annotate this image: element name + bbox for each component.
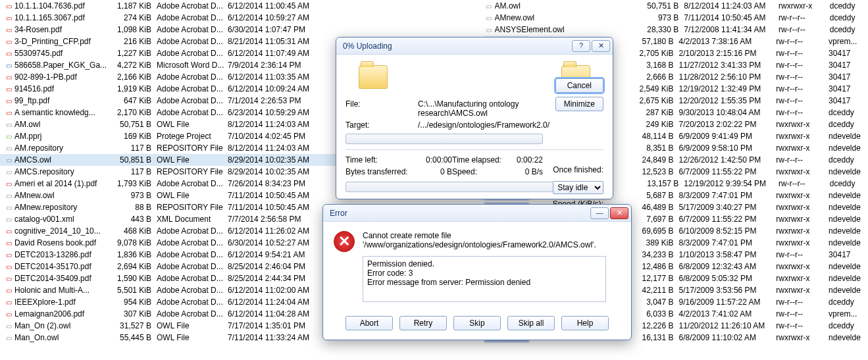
- file-type-icon: [4, 262, 13, 271]
- file-permissions: rw-r--r--: [776, 250, 829, 259]
- file-owner: ndevelde: [829, 226, 868, 236]
- help-button[interactable]: Help: [561, 316, 609, 330]
- error-details[interactable]: [363, 256, 606, 302]
- file-size: 274 KiB: [116, 13, 157, 22]
- error-message-line2: '/www/organizations/edesign/ontologies/F…: [363, 240, 606, 249]
- file-row[interactable]: 10.1.1.104.7636.pdf1,187 KiBAdobe Acroba…: [0, 0, 461, 12]
- speed-value: 0 B/s: [505, 167, 543, 176]
- file-name: AMnew.owl: [495, 13, 643, 22]
- file-type: Microsoft Word D...: [157, 61, 228, 70]
- file-size: 16,131 B: [637, 333, 679, 342]
- file-owner: 30417: [829, 84, 868, 93]
- minimize-icon[interactable]: —: [590, 207, 609, 219]
- file-size: 973 B: [643, 13, 684, 22]
- once-finished-label: Once finished:: [553, 165, 603, 174]
- file-type-icon: [4, 167, 13, 176]
- file-type-icon: [4, 203, 13, 212]
- file-name: Ameri et al 2014 (1).pdf: [14, 179, 116, 188]
- file-permissions: rw-r--r--: [776, 297, 829, 307]
- file-type-icon: [4, 191, 13, 200]
- file-name: Man_On.owl: [14, 333, 116, 342]
- file-permissions: rw-r--r--: [776, 84, 829, 93]
- file-size: 12,523 B: [637, 167, 679, 176]
- file-size: 5,687 B: [637, 191, 679, 200]
- elapsed-label: Time elapsed:: [452, 155, 505, 165]
- file-row[interactable]: 10.1.1.165.3067.pdf274 KiBAdobe Acrobat …: [0, 12, 461, 24]
- file-date: 6/12/2014 11:24:04 AM: [228, 297, 333, 307]
- file-name: catalog-v001.xml: [14, 215, 116, 224]
- file-size: 69,695 B: [637, 226, 679, 236]
- file-type-icon: [4, 120, 13, 129]
- once-finished-select[interactable]: Stay idle: [553, 181, 603, 194]
- file-type: Adobe Acrobat D...: [157, 250, 228, 259]
- file-size: 50,751 B: [116, 120, 157, 129]
- file-permissions: rwxrwxr-x: [776, 143, 829, 153]
- speed-label: Speed:: [452, 167, 505, 176]
- remote-file-row[interactable]: AM.owl50,751 B8/12/2014 11:24:03 AMrwxrw…: [480, 0, 868, 12]
- file-date: 4/2/2013 7:38:16 AM: [679, 37, 777, 46]
- file-size: 1,098 KiB: [116, 25, 157, 34]
- file-name: IEEEXplore-1.pdf: [14, 297, 116, 307]
- file-size: 1,836 KiB: [116, 250, 157, 259]
- retry-button[interactable]: Retry: [399, 316, 447, 330]
- file-date: 7/17/2014 1:35:01 PM: [228, 321, 333, 330]
- remote-file-row[interactable]: AMnew.owl973 B7/11/2014 10:50:45 AMrw-r-…: [480, 12, 868, 24]
- file-permissions: rwxrwxr-x: [776, 120, 829, 129]
- file-type-icon: [4, 321, 13, 330]
- file-name: AMCS.repository: [14, 167, 116, 176]
- file-name: DETC2014-35170.pdf: [14, 262, 116, 271]
- skip-all-button[interactable]: Skip all: [507, 316, 555, 330]
- file-owner: 30417: [829, 61, 868, 70]
- file-size: 117 B: [116, 143, 157, 153]
- file-owner: dceddy: [829, 120, 868, 129]
- file-size: 5,501 KiB: [116, 286, 157, 295]
- file-size: 48,114 B: [637, 132, 679, 141]
- file-date: 6/12/2014 11:03:35 AM: [228, 72, 333, 82]
- file-type: OWL File: [157, 191, 228, 200]
- minimize-button[interactable]: Minimize: [555, 97, 603, 111]
- file-name: 10.1.1.104.7636.pdf: [14, 1, 116, 11]
- file-size: 1,227 KiB: [116, 49, 157, 58]
- close-icon[interactable]: ✕: [610, 207, 628, 219]
- file-owner: dceddy: [829, 108, 868, 117]
- file-size: 973 B: [116, 191, 157, 200]
- help-icon[interactable]: ?: [572, 40, 590, 52]
- file-date: 8/29/2014 10:02:35 AM: [228, 167, 333, 176]
- file-permissions: rw-r--r--: [776, 72, 829, 82]
- file-date: 6/12/2014 11:02:00 AM: [228, 286, 333, 295]
- file-size: 46,489 B: [637, 203, 679, 212]
- file-type-icon: [4, 297, 13, 307]
- skip-button[interactable]: Skip: [453, 316, 501, 330]
- file-date: 2/10/2013 2:15:16 PM: [679, 49, 777, 58]
- file-owner: dceddy: [829, 155, 868, 165]
- error-titlebar[interactable]: Error — ✕: [323, 205, 631, 222]
- upload-titlebar[interactable]: 0% Uploading ? ✕: [336, 38, 613, 55]
- file-size: 1,590 KiB: [116, 274, 157, 283]
- close-icon[interactable]: ✕: [592, 40, 610, 52]
- file-row[interactable]: 34-Rosen.pdf1,098 KiBAdobe Acrobat D...6…: [0, 24, 461, 36]
- file-type: Adobe Acrobat D...: [157, 262, 228, 271]
- file-type: Adobe Acrobat D...: [157, 179, 228, 188]
- file-permissions: rwxrwxr-x: [776, 286, 829, 295]
- file-owner: ndevelde: [829, 333, 868, 342]
- file-size: 2,675 KiB: [637, 96, 679, 105]
- file-type-icon: [484, 1, 494, 11]
- file-date: 6/7/2009 11:55:22 PM: [679, 215, 777, 224]
- file-type: Adobe Acrobat D...: [157, 1, 228, 11]
- file-name: 34-Rosen.pdf: [14, 25, 116, 34]
- abort-button[interactable]: Abort: [345, 316, 393, 330]
- file-type-icon: [4, 132, 13, 141]
- file-name: AM.owl: [14, 120, 116, 129]
- file-name: 3-D_Printing_CFP.pdf: [14, 37, 116, 46]
- file-size: 954 KiB: [116, 297, 157, 307]
- file-size: 6,033 B: [637, 309, 679, 319]
- file-size: 117 B: [116, 167, 157, 176]
- file-permissions: rw-r--r--: [776, 96, 829, 105]
- file-name: DETC2013-13286.pdf: [14, 250, 116, 259]
- file-owner: 30417: [829, 49, 868, 58]
- cancel-button[interactable]: Cancel: [555, 78, 603, 93]
- file-size: 287 KiB: [637, 108, 679, 117]
- file-value: C:\...\Manufacturing ontology research\A…: [418, 99, 549, 118]
- remote-file-row[interactable]: ANSYSElement.owl28,330 B7/12/2008 11:41:…: [480, 24, 868, 36]
- file-owner: dceddy: [830, 179, 868, 188]
